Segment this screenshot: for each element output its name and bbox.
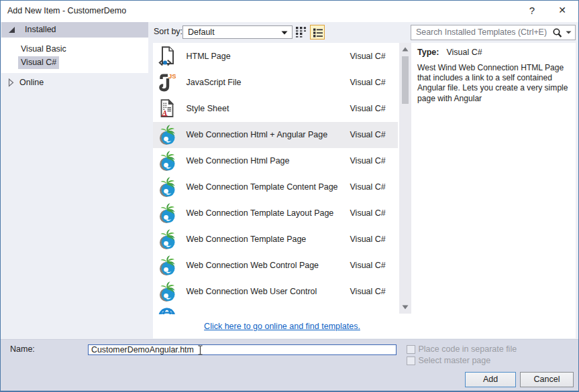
close-button[interactable]: ✕ (552, 0, 572, 21)
template-label: HTML Page (187, 44, 231, 70)
add-button[interactable]: Add (465, 372, 516, 387)
web-connection-icon (158, 203, 176, 223)
sidebar-item-visual-basic[interactable]: Visual Basic (18, 43, 69, 56)
template-label: JavaScript File (187, 70, 242, 96)
list-view-icon (313, 28, 323, 38)
add-new-item-dialog: Add New Item - CustomerDemo ? ✕ Installe… (0, 0, 579, 392)
template-language: Visual C# (350, 226, 386, 253)
template-language: Visual C# (350, 122, 386, 148)
checkbox-box[interactable] (407, 345, 415, 354)
sidebar-installed-children: Visual Basic Visual C# (1, 38, 148, 73)
template-language: Visual C# (350, 200, 386, 226)
template-list-item-6[interactable]: Web Connection Template Content Page Vis… (153, 174, 398, 200)
type-value: Visual C# (446, 48, 482, 57)
dialog-title: Add New Item - CustomerDemo (7, 0, 126, 21)
list-scrollbar[interactable] (399, 43, 411, 314)
template-language: Visual C# (350, 279, 386, 305)
template-language: Visual C# (350, 253, 386, 279)
cancel-button[interactable]: Cancel (520, 372, 574, 387)
template-list: HTML Page Visual C# JS JavaScript File V… (153, 43, 398, 314)
web-connection-icon (158, 229, 176, 249)
template-description: West Wind Web Connection HTML Page that … (417, 63, 568, 104)
title-bar: Add New Item - CustomerDemo ? ✕ (0, 0, 579, 22)
template-label: Web Connection Html Page (187, 148, 290, 174)
template-list-item-8[interactable]: Web Connection Template Page Visual C# (153, 226, 398, 253)
web-connection-icon (158, 255, 176, 275)
collapsed-arrow-icon[interactable] (8, 78, 14, 87)
template-label: Web Connection Web User Control (187, 279, 317, 305)
html-page-icon (158, 46, 176, 66)
name-label: Name: (10, 339, 35, 360)
text-cursor-icon (197, 345, 203, 355)
template-label: Web Connection Html + Angular Page (187, 122, 328, 148)
checkbox-label: Place code in separate file (419, 344, 517, 354)
template-list-item-2[interactable]: JS JavaScript File Visual C# (153, 70, 398, 96)
search-input[interactable]: Search Installed Templates (Ctrl+E) (411, 25, 576, 40)
installed-label: Installed (25, 22, 56, 38)
sort-by-dropdown[interactable]: Default (182, 25, 293, 39)
small-icons-view-button[interactable] (295, 26, 307, 38)
template-label: Web Connection Template Content Page (187, 174, 338, 200)
template-list-item-1[interactable]: HTML Page Visual C# (153, 44, 398, 70)
svg-text:A: A (162, 109, 167, 117)
template-language: Visual C# (350, 44, 386, 70)
template-language: Visual C# (350, 148, 386, 174)
template-language: Visual C# (350, 70, 386, 96)
sort-by-label: Sort by: (154, 22, 182, 42)
template-list-item-4[interactable]: Web Connection Html + Angular Page Visua… (153, 122, 398, 148)
sort-by-value: Default (188, 26, 215, 38)
find-templates-link[interactable]: Click here to go online and find templat… (204, 322, 360, 331)
template-list-item-9[interactable]: Web Connection Web Control Page Visual C… (153, 253, 398, 279)
name-input[interactable]: CustomerDemoAngular.htm (88, 344, 397, 356)
web-connection-icon (158, 151, 176, 171)
template-list-item-10[interactable]: Web Connection Web User Control Visual C… (153, 279, 398, 305)
search-icon[interactable] (552, 27, 562, 38)
template-label: Web Connection Template Layout Page (187, 200, 334, 226)
help-button[interactable]: ? (522, 0, 542, 21)
template-label: Web Connection Web Control Page (187, 253, 319, 279)
search-placeholder: Search Installed Templates (Ctrl+E) (416, 25, 547, 40)
scrollbar-thumb[interactable] (402, 56, 409, 104)
template-list-item-5[interactable]: Web Connection Html Page Visual C# (153, 148, 398, 174)
template-details-panel: Type:Visual C# West Wind Web Connection … (411, 43, 576, 338)
template-list-item-11[interactable] (153, 305, 398, 315)
web-connection-icon (158, 177, 176, 197)
template-label: Web Connection Template Page (187, 226, 307, 253)
checkbox-label: Select master page (419, 356, 491, 366)
scroll-up-icon[interactable] (402, 47, 409, 52)
svg-text:JS: JS (168, 72, 176, 80)
list-view-button[interactable] (310, 25, 325, 40)
style-sheet-icon: A (158, 99, 176, 119)
template-list-item-3[interactable]: A Style Sheet Visual C# (153, 96, 398, 122)
web-connection-icon (158, 281, 176, 302)
name-value: CustomerDemoAngular.htm (91, 345, 194, 355)
scroll-down-icon[interactable] (402, 305, 409, 310)
globe-icon (158, 308, 176, 314)
search-options-arrow-icon[interactable] (566, 31, 572, 34)
expanded-arrow-icon[interactable] (8, 27, 15, 34)
sidebar-item-visual-csharp[interactable]: Visual C# (18, 56, 59, 69)
javascript-file-icon: JS (158, 72, 176, 92)
dropdown-arrow-icon (281, 31, 288, 35)
template-language: Visual C# (350, 174, 386, 200)
web-connection-icon (158, 125, 176, 145)
template-language: Visual C# (350, 96, 386, 122)
sidebar-group-installed[interactable]: Installed (1, 22, 148, 38)
template-label: Style Sheet (187, 96, 229, 122)
type-label: Type: (417, 48, 439, 57)
template-list-item-7[interactable]: Web Connection Template Layout Page Visu… (153, 200, 398, 226)
sidebar-group-online[interactable]: Online (19, 76, 44, 89)
checkbox-box[interactable] (407, 356, 415, 365)
